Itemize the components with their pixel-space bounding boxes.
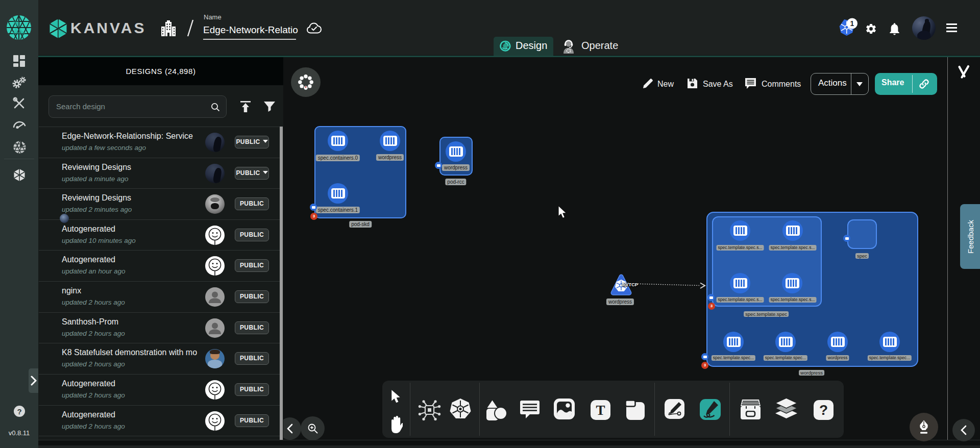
svg-text:1: 1 bbox=[850, 19, 854, 28]
svg-text:T: T bbox=[596, 403, 605, 418]
svg-text:?: ? bbox=[819, 402, 828, 418]
